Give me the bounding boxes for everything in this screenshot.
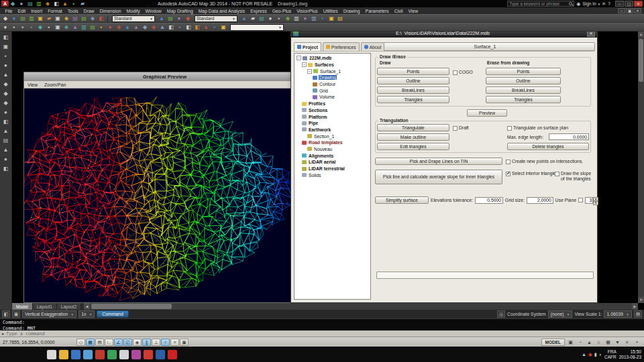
polyline-icon[interactable]: ▪ — [10, 23, 18, 31]
mirror-icon[interactable]: ▲ — [132, 23, 140, 31]
tree-item-solids[interactable]: Solids — [294, 172, 370, 178]
undo2-icon[interactable]: ◈ — [89, 15, 97, 22]
preview-menu-view[interactable]: View — [28, 82, 38, 87]
help-icon[interactable]: ? — [608, 1, 610, 6]
average-slope-button[interactable]: Pick line and calculate average slope fo… — [375, 170, 502, 184]
menu-geo-plus[interactable]: Geo-Plus — [270, 9, 293, 13]
close-button[interactable]: ✕ — [634, 1, 643, 7]
horizontal-scrollbar[interactable]: ◀ ▶ — [84, 303, 638, 310]
arc-v-icon[interactable]: ◆ — [2, 99, 10, 107]
max-edge-field[interactable]: 0.0000 — [549, 133, 589, 140]
measure-icon[interactable]: ◧ — [184, 23, 193, 31]
menu-civil[interactable]: Civil — [392, 9, 405, 13]
menu-file[interactable]: File — [3, 9, 15, 13]
coordinate-system-icon[interactable]: ◎ — [497, 310, 505, 318]
taskbar-app-3[interactable] — [83, 350, 93, 359]
cogo-checkbox[interactable] — [453, 70, 458, 75]
scroll-left-icon[interactable]: ◀ — [84, 303, 90, 310]
tree-item-earthwork[interactable]: Earthwork — [294, 127, 370, 133]
rectangle-icon[interactable]: ◆ — [36, 23, 44, 31]
preview-menu-zoom-pan[interactable]: Zoom/Pan — [44, 82, 66, 87]
style-combo-1[interactable]: Standard▼ — [112, 15, 155, 22]
menu-draw[interactable]: Draw — [81, 9, 97, 13]
draw-triangles-button[interactable]: Triangles — [377, 96, 449, 103]
sign-in-caret-icon[interactable]: ▾ — [598, 2, 600, 6]
erase-icon[interactable]: ◈ — [150, 23, 158, 31]
fillet-icon[interactable]: ◧ — [167, 23, 175, 31]
make-outline-button[interactable]: Make outline — [377, 133, 449, 141]
surface-plan-checkbox[interactable] — [507, 126, 512, 131]
new-points-checkbox[interactable] — [506, 160, 511, 164]
menu-window[interactable]: Window — [143, 9, 164, 13]
open2-icon[interactable]: ● — [10, 15, 18, 22]
tree-item-volume[interactable]: Volume — [294, 94, 370, 101]
doc-tab-model[interactable]: Model — [12, 303, 33, 310]
select-icon[interactable]: ◧ — [2, 34, 10, 41]
expander-icon[interactable]: − — [297, 56, 301, 60]
status-icon-2[interactable]: ▲ — [585, 339, 594, 346]
menu-utilities[interactable]: Utilities — [321, 9, 340, 13]
tree-item-platform[interactable]: Platform — [294, 113, 370, 120]
circle-icon[interactable]: ▪ — [19, 23, 27, 31]
polar-toggle[interactable]: ∠ — [114, 339, 123, 346]
taskbar-app-7[interactable] — [131, 350, 141, 359]
color-control-icon[interactable]: ▥ — [310, 15, 318, 22]
command-button[interactable]: Command — [97, 310, 128, 318]
doc-close-button[interactable]: ✕ — [634, 8, 641, 13]
view-scale-combo[interactable]: 1.06039▼ — [604, 310, 632, 318]
tree-item-surface-1[interactable]: −Surface_1 — [294, 68, 370, 74]
maximize-button[interactable]: ▢ — [625, 1, 633, 7]
tpy-toggle[interactable]: ▣ — [180, 339, 189, 346]
command-history[interactable]: Command:Command: MNT — [0, 318, 644, 330]
taskbar-app-10[interactable] — [168, 350, 177, 359]
region-icon[interactable]: ▣ — [219, 23, 227, 31]
line-v-icon[interactable]: ▲ — [2, 71, 10, 78]
scroll-right-icon[interactable]: ▶ — [632, 303, 638, 310]
tree-item-contour[interactable]: Contour — [294, 81, 370, 88]
tree-item-lidar-aerial[interactable]: LiDAR aerial — [294, 159, 370, 166]
dialog-close-button[interactable]: ✕ — [587, 32, 595, 37]
menu-map-data-and-analysis[interactable]: Map Data and Analysis — [196, 9, 248, 13]
tray-icon-2[interactable]: ▮ — [594, 350, 597, 359]
grid-toggle[interactable]: ▤ — [95, 339, 104, 346]
rotate-v-icon[interactable]: ◧ — [2, 118, 10, 125]
designcenter-icon[interactable]: ▰ — [249, 15, 257, 22]
tray-icon-3[interactable]: ◗ — [599, 350, 602, 359]
simplify-surface-button[interactable]: Simplify surface — [375, 196, 429, 204]
help-menu-icon[interactable]: ▰ — [78, 0, 87, 7]
ortho-toggle[interactable]: ∟ — [105, 339, 113, 346]
move-v-icon[interactable]: ● — [2, 109, 10, 116]
make-block-icon[interactable]: ◧ — [193, 23, 201, 31]
menu-drawing[interactable]: Drawing — [341, 9, 362, 13]
doc-tab-layout1[interactable]: Layout1 — [33, 303, 57, 310]
osnap-toggle[interactable]: ◱ — [123, 339, 132, 346]
plot2-icon[interactable]: ▥ — [28, 15, 36, 22]
chamfer-icon[interactable]: ▪ — [176, 23, 184, 31]
sheet-set-manager-icon[interactable]: ● — [266, 15, 274, 22]
tree-item-sections[interactable]: Sections — [294, 107, 370, 114]
taskbar-app-2[interactable] — [71, 350, 80, 359]
menu-view[interactable]: View — [406, 9, 421, 13]
menu-visionplus[interactable]: VisionPlus — [294, 9, 321, 13]
menu-dimension[interactable]: Dimension — [97, 9, 123, 13]
dyn-toggle[interactable]: ＋ — [161, 339, 170, 346]
pan-icon[interactable]: ▲ — [158, 15, 166, 22]
grid-display-icon[interactable]: ▤ — [634, 310, 642, 318]
vertical-scrollbar[interactable]: ▲ ▼ — [638, 32, 644, 303]
tab-preferences[interactable]: Preferences — [323, 42, 360, 51]
search-input[interactable] — [509, 1, 568, 6]
lwt-toggle[interactable]: ≡ — [170, 339, 179, 346]
line-icon[interactable]: ● — [1, 23, 9, 31]
grid-size-field[interactable]: 2.0000 — [527, 197, 553, 204]
layers-v-icon[interactable]: ▲ — [2, 146, 10, 154]
tree-item-nouveau[interactable]: Nouveau — [294, 146, 370, 153]
map-task-icon[interactable]: ● — [301, 15, 309, 22]
insert-block-icon[interactable]: ▲ — [202, 23, 210, 31]
tree-item-lidar-terrestrial[interactable]: LiDAR terrestrial — [294, 166, 370, 172]
quickcalc-icon[interactable]: ◈ — [284, 15, 292, 22]
markup-icon[interactable]: ▪ — [275, 15, 283, 22]
scale-icon[interactable]: ▪ — [97, 23, 105, 31]
elevations-tolerance-field[interactable]: 0.5000 — [475, 197, 503, 204]
tool-palettes-icon[interactable]: ▤ — [258, 15, 266, 22]
ducs-toggle[interactable]: ⊥ — [152, 339, 160, 346]
